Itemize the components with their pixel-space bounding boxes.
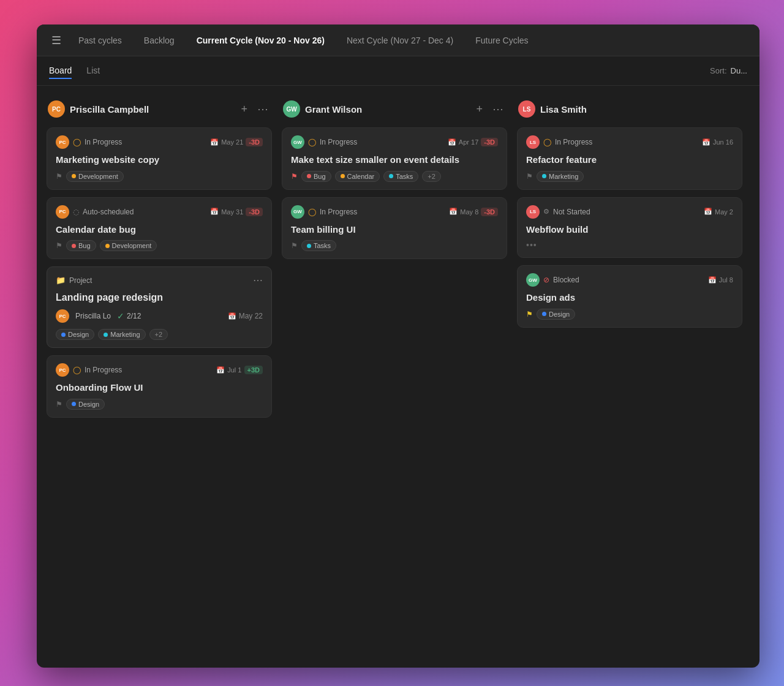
column-lisa: LS Lisa Smith LS ◯ In Progress 📅 Jun 16 … [517, 98, 742, 655]
tab-current-cycle[interactable]: Current Cycle (Nov 20 - Nov 26) [187, 31, 334, 50]
tag-development[interactable]: Development [66, 171, 124, 182]
card-marketing-website-copy: PC ◯ In Progress 📅 May 21 -3D Marketing … [47, 127, 272, 190]
tag-marketing[interactable]: Marketing [98, 329, 145, 340]
tag-dot [341, 174, 345, 178]
status-label: Not Started [553, 208, 700, 216]
nav-bar: ☰ Past cycles Backlog Current Cycle (Nov… [37, 24, 760, 56]
column-more-priscilla[interactable]: ⋯ [255, 101, 271, 117]
card-team-billing-ui: GW ◯ In Progress 📅 May 8 -3D Team billin… [282, 197, 507, 260]
card-tags: ⚑ Bug Calendar Tasks +2 [291, 171, 498, 182]
card-refactor-feature: LS ◯ In Progress 📅 Jun 16 Refactor featu… [517, 127, 742, 190]
tab-backlog[interactable]: Backlog [134, 31, 184, 50]
app-window: ☰ Past cycles Backlog Current Cycle (Nov… [37, 24, 760, 668]
card-avatar: LS [526, 135, 540, 149]
status-label: In Progress [320, 138, 444, 146]
tag-bug[interactable]: Bug [301, 171, 331, 182]
add-card-grant[interactable]: + [473, 102, 485, 117]
status-icon-blocked: ⊘ [543, 276, 549, 284]
tag-tasks[interactable]: Tasks [383, 171, 418, 182]
tag-design[interactable]: Design [56, 329, 94, 340]
add-card-priscilla[interactable]: + [238, 102, 250, 117]
card-more-button[interactable]: ••• [526, 240, 537, 250]
tag-label: Development [78, 173, 118, 180]
status-label: In Progress [555, 138, 698, 146]
date-text: Jul 8 [719, 276, 733, 284]
extra-tags[interactable]: +2 [149, 329, 168, 340]
status-label: In Progress [85, 138, 206, 146]
tag-calendar[interactable]: Calendar [335, 171, 380, 182]
calendar-icon: 📅 [210, 208, 219, 216]
tag-dot [307, 174, 311, 178]
check-icon: ✓ [117, 311, 124, 321]
tag-label: Tasks [314, 242, 331, 249]
column-grant: GW Grant Wilson + ⋯ GW ◯ In Progress 📅 A… [282, 98, 507, 655]
tab-list[interactable]: List [86, 63, 100, 79]
column-header-priscilla: PC Priscilla Campbell + ⋯ [47, 98, 272, 120]
date-text: Jul 1 [227, 366, 241, 374]
tab-board[interactable]: Board [49, 63, 72, 79]
flag-icon: ⚑ [56, 241, 62, 250]
column-name-grant: Grant Wilson [305, 104, 469, 115]
extra-tags[interactable]: +2 [422, 171, 441, 182]
project-title: Landing page redesign [56, 292, 263, 303]
count-value: 2/12 [127, 312, 141, 320]
date-badge: -3D [246, 138, 263, 146]
tag-design[interactable]: Design [537, 309, 575, 320]
card-avatar: GW [291, 135, 304, 149]
tab-past-cycles[interactable]: Past cycles [69, 31, 132, 50]
card-top: GW ◯ In Progress 📅 Apr 17 -3D [291, 135, 498, 149]
calendar-icon: 📅 [448, 138, 456, 146]
tab-future-cycles[interactable]: Future Cycles [466, 31, 538, 50]
card-date: 📅 Apr 17 -3D [448, 138, 498, 146]
tag-label: Marketing [549, 173, 578, 180]
tag-marketing[interactable]: Marketing [537, 171, 584, 182]
card-tags: ⚑ Bug Development [56, 240, 263, 251]
flag-icon: ⚑ [56, 172, 62, 181]
project-meta: PC Priscilla Lo ✓ 2/12 📅 May 22 [56, 309, 263, 323]
date-text: May 22 [239, 312, 263, 320]
tag-design[interactable]: Design [66, 399, 105, 410]
status-icon-in-progress: ◯ [543, 138, 551, 146]
calendar-icon: 📅 [708, 276, 717, 284]
card-title: Make text size smaller on event details [291, 154, 498, 166]
project-assignee-name: Priscilla Lo [75, 312, 111, 320]
card-design-ads: GW ⊘ Blocked 📅 Jul 8 Design ads ⚑ Design [517, 265, 742, 328]
tag-tasks[interactable]: Tasks [301, 240, 336, 251]
card-date: 📅 Jul 1 +3D [216, 366, 263, 374]
card-date: 📅 Jun 16 [702, 138, 733, 146]
card-onboarding-flow-ui: PC ◯ In Progress 📅 Jul 1 +3D Onboarding … [47, 355, 272, 418]
tag-label: Bug [78, 242, 91, 249]
card-title: Marketing website copy [56, 154, 263, 166]
card-tags: ⚑ Tasks [291, 240, 498, 251]
card-date: 📅 May 2 [704, 208, 733, 216]
flag-icon-orange: ⚑ [526, 310, 533, 318]
card-top: PC ◯ In Progress 📅 Jul 1 +3D [56, 363, 263, 377]
tag-development[interactable]: Development [100, 240, 157, 251]
flag-icon: ⚑ [56, 400, 62, 409]
tag-label: Marketing [110, 331, 140, 338]
flag-icon: ⚑ [291, 241, 298, 250]
tag-dot [542, 312, 546, 316]
card-title: Team billing UI [291, 224, 498, 236]
card-title: Webflow build [526, 224, 733, 236]
card-date: 📅 May 31 -3D [210, 208, 263, 216]
date-badge: -3D [481, 208, 498, 216]
date-text: May 2 [715, 208, 733, 216]
card-avatar: GW [526, 273, 540, 287]
date-badge: -3D [481, 138, 498, 146]
calendar-icon: 📅 [210, 138, 219, 146]
column-more-grant[interactable]: ⋯ [490, 101, 506, 117]
sort-label: Sort: [710, 66, 726, 75]
sort-value[interactable]: Du... [731, 66, 747, 75]
tag-label: Development [112, 242, 152, 249]
project-more-button[interactable]: ⋯ [253, 274, 263, 286]
tab-next-cycle[interactable]: Next Cycle (Nov 27 - Dec 4) [337, 31, 463, 50]
tag-bug[interactable]: Bug [66, 240, 96, 251]
card-landing-page-redesign: 📁 Project ⋯ Landing page redesign PC Pri… [47, 266, 272, 348]
board-area: PC Priscilla Campbell + ⋯ PC ◯ In Progre… [37, 86, 760, 668]
tag-label: Calendar [347, 173, 375, 180]
card-title: Calendar date bug [56, 224, 263, 236]
card-top: LS ◯ In Progress 📅 Jun 16 [526, 135, 733, 149]
column-header-grant: GW Grant Wilson + ⋯ [282, 98, 507, 120]
menu-icon[interactable]: ☰ [47, 30, 66, 51]
